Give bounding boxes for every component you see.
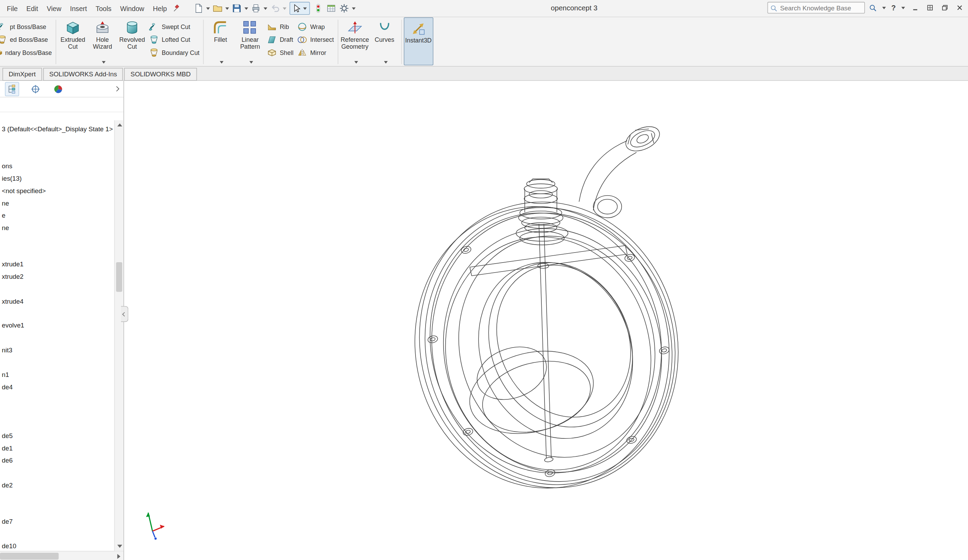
configuration-manager-tab[interactable] bbox=[52, 82, 65, 95]
save-caret[interactable] bbox=[245, 7, 249, 10]
menu-view[interactable]: View bbox=[43, 3, 66, 14]
tree-item[interactable]: ies(13) bbox=[2, 175, 22, 184]
tree-item[interactable]: de7 bbox=[2, 517, 12, 527]
shell-button[interactable]: Shell bbox=[267, 47, 293, 58]
menu-edit[interactable]: Edit bbox=[22, 3, 43, 14]
scroll-right-icon[interactable] bbox=[114, 551, 123, 560]
tree-item[interactable]: ne bbox=[2, 224, 9, 233]
instant3d-button[interactable]: Instant3D bbox=[403, 17, 433, 65]
boundary-boss-base-button[interactable]: ndary Boss/Base bbox=[2, 47, 52, 58]
intersect-button[interactable]: Intersect bbox=[297, 34, 334, 45]
swept-cut-button[interactable]: Swept Cut bbox=[149, 21, 199, 32]
linear-pattern-button[interactable]: Linear Pattern bbox=[235, 17, 265, 65]
swept-boss-base-button[interactable]: pt Boss/Base bbox=[2, 21, 52, 32]
new-document-caret[interactable] bbox=[206, 7, 210, 10]
minimize-button[interactable] bbox=[909, 2, 921, 13]
select-tool[interactable] bbox=[290, 2, 310, 15]
select-caret[interactable] bbox=[303, 7, 307, 10]
reference-geometry-button[interactable]: Reference Geometry bbox=[340, 17, 370, 65]
feature-tree-tab[interactable] bbox=[5, 82, 19, 96]
tree-item[interactable]: de6 bbox=[2, 456, 12, 466]
undo-caret[interactable] bbox=[283, 7, 287, 10]
boss-base-group: pt Boss/Base ed Boss/Base ndary Boss/Bas… bbox=[0, 17, 54, 63]
menu-help[interactable]: Help bbox=[149, 3, 171, 14]
rib-button[interactable]: Rib bbox=[267, 21, 293, 32]
tree-item[interactable]: nit3 bbox=[2, 346, 12, 355]
tree-item[interactable]: evolve1 bbox=[2, 321, 24, 330]
tree-item[interactable]: de1 bbox=[2, 444, 12, 454]
design-table-icon[interactable] bbox=[326, 2, 337, 15]
mirror-button[interactable]: Mirror bbox=[297, 47, 334, 58]
knowledge-search[interactable] bbox=[767, 2, 865, 13]
property-manager-tab[interactable] bbox=[29, 82, 42, 95]
open-icon[interactable] bbox=[212, 2, 224, 15]
search-icon[interactable] bbox=[868, 2, 878, 13]
save-icon[interactable] bbox=[231, 2, 243, 15]
tree-vertical-scrollbar[interactable] bbox=[114, 120, 123, 551]
tree-item[interactable]: e bbox=[2, 211, 5, 221]
close-button[interactable] bbox=[953, 2, 966, 13]
print-icon[interactable] bbox=[250, 2, 262, 15]
panel-collapse-handle[interactable] bbox=[121, 306, 128, 322]
vertical-scroll-thumb[interactable] bbox=[116, 262, 123, 292]
hole-wizard-button[interactable]: Hole Wizard bbox=[88, 17, 118, 65]
model-viewport[interactable] bbox=[124, 81, 968, 560]
tree-item[interactable]: n1 bbox=[2, 371, 9, 380]
options-caret[interactable] bbox=[352, 7, 356, 10]
menu-tools[interactable]: Tools bbox=[91, 3, 116, 14]
tree-item[interactable]: xtrude2 bbox=[2, 273, 23, 282]
tree-item[interactable]: ne bbox=[2, 199, 9, 209]
options-gear-icon[interactable] bbox=[338, 2, 350, 15]
open-caret[interactable] bbox=[225, 7, 229, 10]
print-caret[interactable] bbox=[264, 7, 268, 10]
reference-geometry-caret[interactable] bbox=[354, 61, 358, 64]
extruded-cut-button[interactable]: Extruded Cut bbox=[58, 17, 88, 65]
window-arrange-icon[interactable] bbox=[923, 2, 936, 13]
help-button[interactable]: ? bbox=[890, 3, 898, 12]
menu-file[interactable]: File bbox=[2, 3, 22, 14]
scroll-down-icon[interactable] bbox=[115, 542, 124, 551]
tree-horizontal-scrollbar[interactable] bbox=[0, 551, 123, 560]
tree-item[interactable]: de4 bbox=[2, 383, 12, 392]
tree-item[interactable]: <not specified> bbox=[2, 187, 46, 196]
tree-item[interactable]: de10 bbox=[2, 542, 16, 552]
lofted-boss-base-button[interactable]: ed Boss/Base bbox=[2, 34, 52, 45]
lofted-cut-button[interactable]: Lofted Cut bbox=[149, 34, 199, 45]
menu-insert[interactable]: Insert bbox=[66, 3, 91, 14]
draft-button[interactable]: Draft bbox=[267, 34, 293, 45]
tab-solidworks-mbd[interactable]: SOLIDWORKS MBD bbox=[124, 68, 197, 81]
curves-button[interactable]: Curves bbox=[370, 17, 399, 65]
pin-menu-icon[interactable] bbox=[172, 3, 182, 14]
linear-pattern-caret[interactable] bbox=[250, 61, 254, 64]
hole-wizard-caret[interactable] bbox=[102, 61, 106, 64]
restore-button[interactable] bbox=[938, 2, 951, 13]
tab-solidworks-addins[interactable]: SOLIDWORKS Add-Ins bbox=[43, 68, 123, 81]
wireframe-model[interactable] bbox=[389, 122, 708, 515]
help-caret[interactable] bbox=[901, 7, 905, 9]
boundary-cut-button[interactable]: Boundary Cut bbox=[149, 47, 199, 58]
tree-item[interactable]: xtrude4 bbox=[2, 297, 23, 307]
fillet-caret[interactable] bbox=[220, 61, 224, 64]
tree-item[interactable]: de2 bbox=[2, 481, 12, 491]
tree-item[interactable]: ons bbox=[2, 162, 12, 172]
fillet-button[interactable]: Fillet bbox=[206, 17, 235, 65]
tab-dimxpert[interactable]: DimXpert bbox=[2, 68, 42, 81]
scroll-up-icon[interactable] bbox=[115, 120, 124, 130]
horizontal-scroll-thumb[interactable] bbox=[0, 553, 59, 560]
panel-tabs-overflow-icon[interactable] bbox=[114, 86, 119, 92]
undo-icon[interactable] bbox=[269, 2, 281, 15]
menu-window[interactable]: Window bbox=[116, 3, 149, 14]
tree-item[interactable]: xtrude1 bbox=[2, 261, 23, 270]
wrap-button[interactable]: Wrap bbox=[297, 21, 334, 32]
revolved-cut-button[interactable]: Revolved Cut bbox=[117, 17, 147, 65]
new-document-icon[interactable] bbox=[193, 2, 205, 15]
fillet-icon bbox=[213, 20, 229, 36]
graphics-area[interactable] bbox=[124, 81, 968, 560]
tree-root-item[interactable]: 3 (Default<<Default>_Display State 1> bbox=[2, 125, 113, 134]
knowledge-search-input[interactable] bbox=[768, 2, 864, 13]
tree-item[interactable]: de5 bbox=[2, 432, 12, 441]
feature-tree-header bbox=[0, 97, 123, 112]
curves-caret[interactable] bbox=[384, 61, 388, 64]
search-caret[interactable] bbox=[882, 7, 886, 9]
status-indicator-icon[interactable] bbox=[313, 2, 324, 15]
